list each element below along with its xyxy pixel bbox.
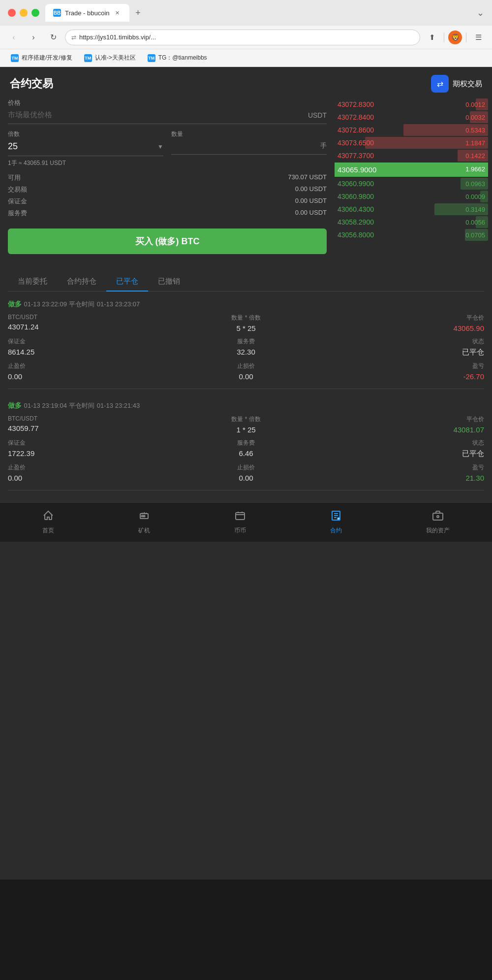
tab-cancelled[interactable]: 已撤销	[148, 272, 190, 291]
trade-pnl-val-1: -26.70	[325, 372, 484, 381]
contract-icon	[330, 510, 342, 524]
options-trading-link[interactable]: 期权交易	[453, 79, 482, 89]
minimize-window-button[interactable]	[20, 9, 28, 17]
reload-button[interactable]: ↻	[45, 30, 61, 45]
bids-section: 43060.9900 0.0963 43060.9800 0.0009 4306…	[335, 178, 488, 241]
browser-titlebar: BB Trade - bbucoin ✕ + ⌄	[0, 0, 492, 26]
left-panel: 价格 市场最优价格 USDT 倍数 25 ▼ 数量	[0, 98, 335, 258]
toolbar-divider2	[466, 33, 466, 42]
more-tabs-button[interactable]: ⌄	[477, 7, 484, 18]
leverage-section: 倍数 25 ▼	[8, 130, 163, 156]
toolbar-divider	[444, 33, 444, 42]
trade-grid-1: BTC/USDT 43071.24 数量 * 倍数 5 * 25 平仓价 430…	[8, 314, 484, 381]
trade-symbol-label-2: BTC/USDT	[8, 415, 167, 422]
bookmark-item-2[interactable]: TM 认准->天美社区	[79, 52, 141, 64]
trade-record-2: 做多 01-13 23:19:04 平仓时间 01-13 23:21:43 BT…	[8, 401, 484, 490]
available-label: 可用	[8, 173, 21, 182]
bid-price-3: 43060.4300	[338, 205, 374, 213]
nav-mining[interactable]: 矿机	[138, 510, 150, 535]
ask-row-2: 43072.8400 0.0032	[335, 111, 488, 123]
tabs-row: 当前委托 合约持仓 已平仓 已撤销	[8, 272, 484, 292]
trade-close-price-val-2: 43081.07	[325, 425, 484, 434]
bid-row-3: 43060.4300 0.3149	[335, 203, 488, 215]
trade-tp-cell-1: 止盈价 0.00	[8, 362, 167, 381]
bookmark-item-1[interactable]: TM 程序搭建/开发/修复	[6, 52, 77, 64]
bookmark-item-3[interactable]: TM TG：@tianmeibbs	[143, 52, 212, 64]
leverage-select[interactable]: 25 ▼	[8, 141, 163, 156]
tab-contract-positions[interactable]: 合约持仓	[57, 272, 106, 291]
fee-row: 服务费 0.00 USDT	[8, 209, 327, 218]
app-container: 合约交易 ⇄ 期权交易 价格 市场最优价格 USDT 倍数 25	[0, 67, 492, 880]
tab-current-orders[interactable]: 当前委托	[8, 272, 57, 291]
trade-qty-label-1: 数量 * 倍数	[167, 314, 326, 322]
svg-rect-3	[236, 513, 245, 520]
bid-row-2: 43060.9800 0.0009	[335, 191, 488, 202]
trade-status-val-2: 已平仓	[325, 449, 484, 458]
ask-bar-3	[403, 124, 488, 136]
new-tab-button[interactable]: +	[131, 6, 145, 20]
back-button[interactable]: ‹	[6, 30, 22, 45]
tab-close-button[interactable]: ✕	[114, 9, 122, 17]
exchange-icon[interactable]: ⇄	[431, 75, 449, 93]
trade-fee-label-2: 服务费	[167, 439, 326, 447]
nav-exchange[interactable]: 币币	[234, 510, 246, 535]
nav-contract[interactable]: 合约	[330, 510, 342, 535]
trade-tp-val-2: 0.00	[8, 474, 167, 482]
menu-button[interactable]: ☰	[470, 30, 486, 45]
ask-bar-1	[476, 98, 488, 110]
trade-sl-val-2: 0.00	[167, 474, 326, 482]
address-icon: ⇄	[71, 34, 76, 41]
ask-row-4: 43073.6500 1.1847	[335, 137, 488, 149]
trade-status-label-2: 状态	[325, 439, 484, 447]
ask-price-5: 43077.3700	[338, 152, 374, 160]
tab-favicon: BB	[53, 9, 61, 17]
mid-price: 43065.9000	[338, 165, 376, 174]
bid-row-5: 43056.8000 0.0705	[335, 229, 488, 241]
trade-qty-label-2: 数量 * 倍数	[167, 415, 326, 424]
tab-closed-positions[interactable]: 已平仓	[106, 272, 148, 291]
tabs-section: 当前委托 合约持仓 已平仓 已撤销 做多 01-13 23:22:09 平仓时间…	[0, 272, 492, 490]
address-bar[interactable]: ⇄ https://jys101.timibbs.vip/...	[65, 30, 420, 45]
svg-point-1	[141, 516, 143, 517]
trade-status-val-1: 已平仓	[325, 348, 484, 357]
trade-header-2: 做多 01-13 23:19:04 平仓时间 01-13 23:21:43	[8, 401, 484, 410]
trade-amount-value: 0.00 USDT	[295, 185, 327, 194]
nav-home-label: 首页	[42, 526, 54, 535]
trade-pnl-cell-2: 盈亏 21.30	[325, 463, 484, 482]
trade-tp-val-1: 0.00	[8, 372, 167, 381]
app-header: 合约交易 ⇄ 期权交易	[0, 67, 492, 98]
trade-tp-cell-2: 止盈价 0.00	[8, 463, 167, 482]
ask-bar-4	[365, 137, 488, 149]
bid-bar-2	[480, 191, 488, 202]
bid-price-1: 43060.9900	[338, 180, 374, 188]
trade-close-time-label-2: 平仓时间	[69, 402, 94, 409]
trade-pnl-val-2: 21.30	[325, 474, 484, 482]
bid-bar-4	[476, 216, 488, 228]
trade-margin-val-1: 8614.25	[8, 348, 167, 356]
close-window-button[interactable]	[8, 9, 16, 17]
margin-label: 保证金	[8, 197, 27, 206]
active-tab[interactable]: BB Trade - bbucoin ✕	[45, 4, 129, 22]
nav-assets[interactable]: 我的资产	[426, 510, 450, 535]
available-value: 730.07 USDT	[288, 173, 327, 182]
trade-fee-label-1: 服务费	[167, 337, 326, 346]
forward-button[interactable]: ›	[26, 30, 41, 45]
trade-fee-cell-2: 服务费 6.46	[167, 439, 326, 458]
svg-point-2	[143, 516, 145, 517]
available-row: 可用 730.07 USDT	[8, 173, 327, 182]
price-input[interactable]: 市场最优价格	[8, 110, 52, 120]
buy-button[interactable]: 买入 (做多) BTC	[8, 229, 327, 254]
trade-open-price-1: 43071.24	[8, 323, 167, 331]
nav-home[interactable]: 首页	[42, 510, 54, 535]
trade-close-price-label-1: 平仓价	[325, 314, 484, 322]
trade-close-time-label-1: 平仓时间	[69, 300, 94, 308]
bookmark-favicon-3: TM	[148, 54, 155, 62]
svg-point-7	[437, 516, 439, 518]
trade-sl-val-1: 0.00	[167, 372, 326, 381]
maximize-window-button[interactable]	[31, 9, 39, 17]
unit-price: 1手 ≈ 43065.91 USDT	[8, 159, 327, 167]
lev-qty-row: 倍数 25 ▼ 数量 手	[8, 130, 327, 156]
brave-icon[interactable]: 🦁	[448, 31, 462, 44]
share-button[interactable]: ⬆	[424, 30, 440, 45]
assets-icon	[432, 510, 444, 524]
